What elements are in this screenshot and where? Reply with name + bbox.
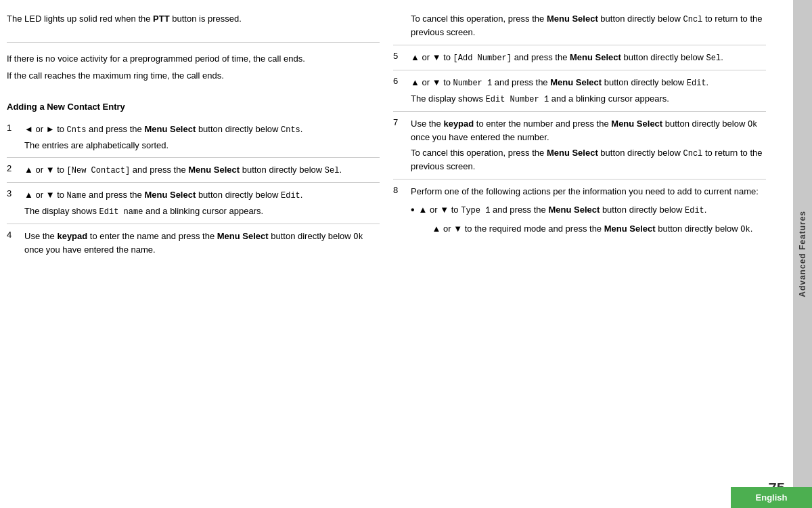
intro-para-2: If there is no voice activity for a prep… bbox=[7, 52, 380, 66]
step-number-2: 2 bbox=[7, 163, 19, 173]
bullet-1-sub: ▲ or ▼ to the required mode and press th… bbox=[419, 219, 753, 236]
step-body-7: Use the keypad to enter the number and p… bbox=[411, 117, 766, 173]
step-8-para-1: Perform one of the following actions per… bbox=[411, 185, 766, 198]
step-number-6: 6 bbox=[393, 76, 405, 86]
step-8: 8 Perform one of the following actions p… bbox=[393, 179, 766, 245]
step-6-para-2: The display shows Edit Number 1 and a bl… bbox=[411, 92, 766, 106]
step-number-5: 5 bbox=[393, 51, 405, 61]
section-heading: Adding a New Contact Entry bbox=[7, 102, 380, 112]
step-1-para-2: The entries are alphabetically sorted. bbox=[24, 139, 380, 152]
intro-text-1: The LED lights up solid red when the PTT… bbox=[7, 7, 380, 38]
step-1: 1 ◄ or ► to Cnts and press the Menu Sele… bbox=[7, 117, 380, 158]
step-6: 6 ▲ or ▼ to Number 1 and press the Menu … bbox=[393, 70, 766, 112]
step-number-7: 7 bbox=[393, 117, 405, 127]
intro-para-3: If the call reaches the maximum ring tim… bbox=[7, 69, 380, 83]
step-body-3: ▲ or ▼ to Name and press the Menu Select… bbox=[24, 188, 380, 218]
step-2: 2 ▲ or ▼ to [New Contact] and press the … bbox=[7, 158, 380, 183]
step-4: 4 Use the keypad to enter the name and p… bbox=[7, 224, 380, 262]
step-5: 5 ▲ or ▼ to [Add Number] and press the M… bbox=[393, 45, 766, 70]
step-6-para-1: ▲ or ▼ to Number 1 and press the Menu Se… bbox=[411, 76, 766, 89]
step-4-para-1: Use the keypad to enter the name and pre… bbox=[24, 230, 380, 257]
step-7-para-2: To cancel this operation, press the Menu… bbox=[411, 146, 766, 173]
bullet-1-para: ▲ or ▼ to Type 1 and press the Menu Sele… bbox=[419, 203, 753, 217]
step-number-3: 3 bbox=[7, 188, 19, 198]
bullet-1: • ▲ or ▼ to Type 1 and press the Menu Se… bbox=[411, 200, 766, 238]
step-body-8: Perform one of the following actions per… bbox=[411, 185, 766, 239]
left-column: The LED lights up solid red when the PTT… bbox=[7, 7, 380, 501]
step-number-8: 8 bbox=[393, 185, 405, 195]
step-7: 7 Use the keypad to enter the number and… bbox=[393, 112, 766, 179]
right-step-list: To cancel this operation, press the Menu… bbox=[393, 7, 766, 244]
step-body-1: ◄ or ► to Cnts and press the Menu Select… bbox=[24, 123, 380, 152]
step-number-4: 4 bbox=[7, 230, 19, 240]
step-5-para-1: ▲ or ▼ to [Add Number] and press the Men… bbox=[411, 51, 766, 64]
intro-para-1: The LED lights up solid red when the PTT… bbox=[7, 12, 380, 26]
step-1-para-1: ◄ or ► to Cnts and press the Menu Select… bbox=[24, 123, 380, 136]
step-8-bullets: • ▲ or ▼ to Type 1 and press the Menu Se… bbox=[411, 200, 766, 238]
step-2-para-1: ▲ or ▼ to [New Contact] and press the Me… bbox=[24, 163, 380, 177]
main-columns: The LED lights up solid red when the PTT… bbox=[0, 0, 793, 508]
step-body-2: ▲ or ▼ to [New Contact] and press the Me… bbox=[24, 163, 380, 177]
page-content: Advanced Features The LED lights up soli… bbox=[0, 0, 812, 508]
divider-1 bbox=[7, 42, 380, 43]
step-4-continued: To cancel this operation, press the Menu… bbox=[393, 7, 766, 45]
intro-text-2: If there is no voice activity for a prep… bbox=[7, 47, 380, 95]
step-4c-para-1: To cancel this operation, press the Menu… bbox=[411, 12, 766, 39]
step-body-4: Use the keypad to enter the name and pre… bbox=[24, 230, 380, 257]
side-tab-label: Advanced Features bbox=[798, 211, 807, 297]
left-step-list: 1 ◄ or ► to Cnts and press the Menu Sele… bbox=[7, 117, 380, 262]
step-3: 3 ▲ or ▼ to Name and press the Menu Sele… bbox=[7, 183, 380, 224]
step-7-para-1: Use the keypad to enter the number and p… bbox=[411, 117, 766, 144]
step-number-1: 1 bbox=[7, 123, 19, 133]
step-body-6: ▲ or ▼ to Number 1 and press the Menu Se… bbox=[411, 76, 766, 106]
step-3-para-2: The display shows Edit name and a blinki… bbox=[24, 205, 380, 218]
step-body-5: ▲ or ▼ to [Add Number] and press the Men… bbox=[411, 51, 766, 64]
bullet-dot-1: • bbox=[411, 203, 415, 217]
bullet-1-content: ▲ or ▼ to Type 1 and press the Menu Sele… bbox=[419, 203, 753, 236]
side-tab: Advanced Features bbox=[793, 0, 812, 508]
right-column: To cancel this operation, press the Menu… bbox=[393, 7, 766, 501]
english-badge: English bbox=[731, 487, 812, 508]
step-body-4c: To cancel this operation, press the Menu… bbox=[411, 12, 766, 39]
step-3-para-1: ▲ or ▼ to Name and press the Menu Select… bbox=[24, 188, 380, 202]
